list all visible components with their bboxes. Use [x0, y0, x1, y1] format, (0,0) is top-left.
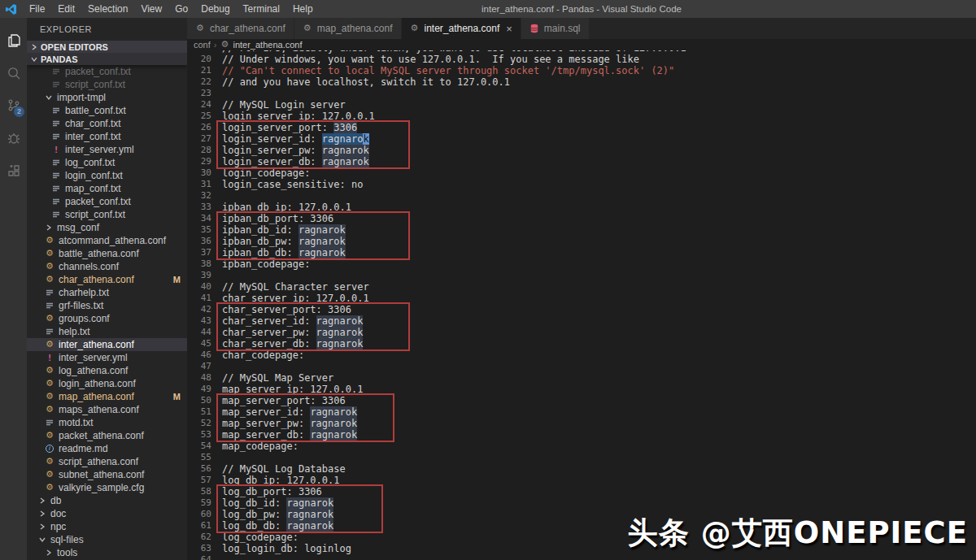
- file-label: script_athena.conf: [59, 456, 138, 467]
- project-section[interactable]: PANDAS: [27, 53, 187, 65]
- menu-go[interactable]: Go: [168, 0, 194, 18]
- file-label: log_conf.txt: [65, 157, 115, 168]
- line-text: log_db_pw: ragnarok: [211, 509, 333, 520]
- explorer-icon[interactable]: [0, 24, 27, 57]
- code-line: 42char_server_port: 3306: [187, 304, 976, 315]
- sidebar-folder-npc[interactable]: npc: [27, 520, 187, 533]
- breadcrumb[interactable]: conf › ⚙ inter_athena.conf: [187, 39, 976, 50]
- tab-inter-athena-conf[interactable]: ⚙inter_athena.conf×: [402, 18, 521, 39]
- line-number: 43: [187, 315, 211, 327]
- sidebar-item-battle-athena-conf[interactable]: ⚙battle_athena.conf: [27, 247, 187, 260]
- line-text: // MySQL Login server: [211, 99, 346, 111]
- sidebar-item-motd-txt[interactable]: motd.txt: [27, 416, 187, 429]
- sidebar-folder-sql-files[interactable]: sql-files: [27, 533, 187, 546]
- sidebar-item-inter-athena-conf[interactable]: ⚙inter_athena.conf: [27, 338, 187, 351]
- source-control-icon[interactable]: 2: [0, 89, 27, 122]
- sidebar-item-packet-conf-txt[interactable]: packet_conf.txt: [27, 65, 187, 78]
- sidebar-item-script-conf-txt[interactable]: script_conf.txt: [27, 78, 187, 91]
- file-label: packet_athena.conf: [59, 430, 144, 441]
- menu-help[interactable]: Help: [286, 0, 320, 18]
- sidebar-item-help-txt[interactable]: help.txt: [27, 325, 187, 338]
- sidebar-item-battle-conf-txt[interactable]: battle_conf.txt: [27, 104, 187, 117]
- sidebar-item-map-conf-txt[interactable]: map_conf.txt: [27, 182, 187, 195]
- close-icon[interactable]: ×: [506, 23, 512, 35]
- sidebar-item-inter-conf-txt[interactable]: inter_conf.txt: [27, 130, 187, 143]
- sidebar-item-readme-md[interactable]: ireadme.md: [27, 442, 187, 455]
- menu-file[interactable]: File: [23, 0, 51, 18]
- yaml-warning-icon: !: [45, 353, 54, 362]
- file-label: doc: [50, 508, 66, 519]
- sidebar-item-script-conf-txt[interactable]: script_conf.txt: [27, 208, 187, 221]
- line-number: 36: [187, 236, 211, 247]
- database-icon: [529, 24, 539, 33]
- text-file-icon: [51, 158, 61, 167]
- tab-main-sql[interactable]: main.sql: [521, 18, 589, 39]
- explorer-sidebar: EXPLORER OPEN EDITORS PANDAS packet_conf…: [27, 18, 187, 560]
- file-label: groups.conf: [59, 313, 110, 324]
- breadcrumb-folder[interactable]: conf: [194, 40, 211, 50]
- code-line: 44char_server_pw: ragnarok: [187, 327, 976, 338]
- sidebar-item-atcommand-athena-conf[interactable]: ⚙atcommand_athena.conf: [27, 234, 187, 247]
- sidebar-folder-tools[interactable]: tools: [27, 546, 187, 559]
- code-line: 49map_server_ip: 127.0.0.1: [187, 384, 976, 395]
- tab-map-athena-conf[interactable]: ⚙map_athena.conf: [294, 18, 401, 39]
- menu-edit[interactable]: Edit: [51, 0, 81, 18]
- code-line: 43char_server_id: ragnarok: [187, 315, 976, 327]
- line-number: 27: [187, 133, 211, 145]
- line-number: 60: [187, 509, 211, 520]
- sidebar-item-char-athena-conf[interactable]: ⚙char_athena.confM: [27, 273, 187, 286]
- sidebar-item-charhelp-txt[interactable]: charhelp.txt: [27, 286, 187, 299]
- sidebar-item-inter-server-yml[interactable]: !inter_server.yml: [27, 351, 187, 364]
- sidebar-folder-msg-conf[interactable]: msg_conf: [27, 221, 187, 234]
- sidebar-item-grf-files-txt[interactable]: grf-files.txt: [27, 299, 187, 312]
- search-icon[interactable]: [0, 57, 27, 89]
- menu-selection[interactable]: Selection: [81, 0, 134, 18]
- text-file-icon: [51, 67, 61, 76]
- sidebar-folder-import-tmpl[interactable]: import-tmpl: [27, 91, 187, 104]
- sidebar-item-maps-athena-conf[interactable]: ⚙maps_athena.conf: [27, 403, 187, 416]
- tab-bar: ⚙char_athena.conf⚙map_athena.conf⚙inter_…: [187, 18, 976, 39]
- sidebar-item-login-athena-conf[interactable]: ⚙login_athena.conf: [27, 377, 187, 390]
- sidebar-item-groups-conf[interactable]: ⚙groups.conf: [27, 312, 187, 325]
- open-editors-section[interactable]: OPEN EDITORS: [27, 41, 187, 53]
- sidebar-item-log-athena-conf[interactable]: ⚙log_athena.conf: [27, 364, 187, 377]
- menu-debug[interactable]: Debug: [194, 0, 236, 18]
- file-label: inter_server.yml: [65, 144, 134, 155]
- code-line: 38ipban_codepage:: [187, 258, 976, 270]
- sidebar-item-log-conf-txt[interactable]: log_conf.txt: [27, 156, 187, 169]
- line-number: 48: [187, 372, 211, 384]
- file-label: maps_athena.conf: [59, 404, 139, 415]
- code-line: 34ipban_db_port: 3306: [187, 213, 976, 224]
- chevron-down-icon: [45, 94, 53, 101]
- tab-char-athena-conf[interactable]: ⚙char_athena.conf: [187, 18, 294, 39]
- gear-icon: ⚙: [410, 24, 420, 33]
- sidebar-item-inter-server-yml[interactable]: !inter_server.yml: [27, 143, 187, 156]
- sidebar-item-valkyrie-sample-cfg[interactable]: ⚙valkyrie_sample.cfg: [27, 481, 187, 494]
- explorer-title: EXPLORER: [27, 18, 187, 41]
- debug-icon[interactable]: [0, 122, 27, 154]
- line-text: // Under windows, you want to use 127.0.…: [211, 54, 639, 65]
- sidebar-item-char-conf-txt[interactable]: char_conf.txt: [27, 117, 187, 130]
- gear-icon: ⚙: [45, 393, 54, 401]
- line-text: char_server_id: ragnarok: [211, 315, 363, 327]
- sidebar-item-script-athena-conf[interactable]: ⚙script_athena.conf: [27, 455, 187, 468]
- sidebar-item-packet-athena-conf[interactable]: ⚙packet_athena.conf: [27, 429, 187, 442]
- code-line: 40// MySQL Character server: [187, 281, 976, 293]
- sidebar-item-channels-conf[interactable]: ⚙channels.conf: [27, 260, 187, 273]
- tab-label: char_athena.conf: [210, 23, 285, 34]
- extensions-icon[interactable]: [0, 154, 27, 187]
- file-label: subnet_athena.conf: [59, 469, 144, 480]
- code-editor[interactable]: 19// For IPs, ideally under linux, you w…: [187, 42, 976, 560]
- menu-terminal[interactable]: Terminal: [237, 0, 286, 18]
- sidebar-item-login-conf-txt[interactable]: login_conf.txt: [27, 169, 187, 182]
- gear-icon: ⚙: [45, 237, 54, 245]
- sidebar-folder-db[interactable]: db: [27, 494, 187, 507]
- code-line: 62log_codepage:: [187, 532, 976, 543]
- menu-view[interactable]: View: [134, 0, 168, 18]
- sidebar-item-map-athena-conf[interactable]: ⚙map_athena.confM: [27, 390, 187, 403]
- sidebar-item-subnet-athena-conf[interactable]: ⚙subnet_athena.conf: [27, 468, 187, 481]
- sidebar-folder-doc[interactable]: doc: [27, 507, 187, 520]
- code-line: 45char_server_db: ragnarok: [187, 338, 976, 349]
- sidebar-item-packet-conf-txt[interactable]: packet_conf.txt: [27, 195, 187, 208]
- breadcrumb-file[interactable]: ⚙ inter_athena.conf: [220, 40, 302, 50]
